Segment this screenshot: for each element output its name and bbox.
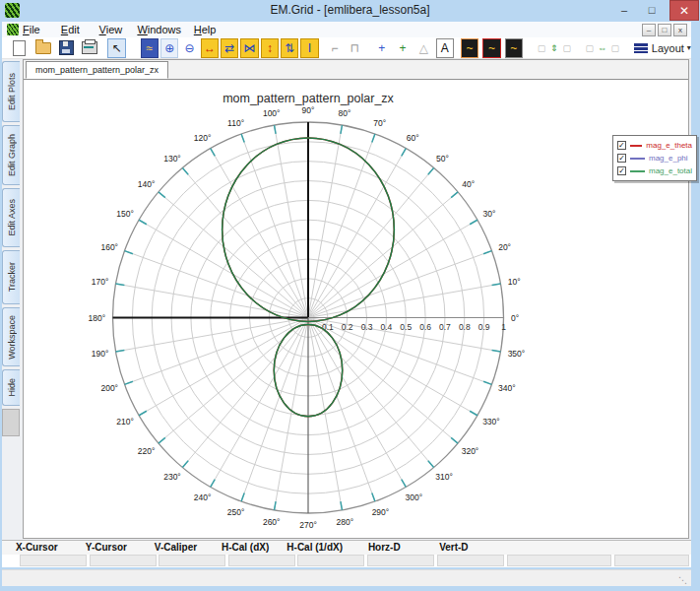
svg-text:310°: 310° bbox=[435, 472, 453, 482]
copy-plot-button[interactable]: ~ bbox=[461, 38, 478, 58]
readout-label-h-cal-dx-: H-Cal (dX) bbox=[211, 541, 281, 555]
autoscale-button[interactable]: ≈ bbox=[141, 38, 159, 58]
expand-y-button[interactable]: ↕ bbox=[261, 38, 279, 58]
sidebar-scroll-block[interactable] bbox=[2, 409, 20, 436]
chart-title: mom_pattern_pattern_polar_zx bbox=[223, 92, 394, 105]
sidebar-tab-tracker[interactable]: Tracker bbox=[2, 250, 20, 304]
plot-style-button[interactable]: ~ bbox=[505, 38, 523, 58]
corner-select-button[interactable]: ⌐ bbox=[326, 38, 344, 58]
sidebar-tab-edit-graph[interactable]: Edit Graph bbox=[2, 125, 20, 185]
svg-text:10°: 10° bbox=[508, 277, 521, 287]
pointer-tool-button[interactable]: ↖ bbox=[107, 38, 125, 58]
legend-line-sample bbox=[630, 170, 645, 172]
radial-tick-labels: 0.10.20.30.40.50.60.70.80.91 bbox=[322, 322, 506, 332]
legend-checkbox-mag_e_phi[interactable]: ✓ bbox=[617, 154, 626, 163]
svg-text:270°: 270° bbox=[299, 520, 317, 530]
text-tool-button[interactable]: A bbox=[436, 38, 454, 58]
svg-text:330°: 330° bbox=[482, 417, 500, 427]
sidebar-tabs: Edit PlotsEdit GraphEdit AxesTrackerWork… bbox=[2, 61, 23, 436]
zoom-in-button[interactable]: ⊕ bbox=[160, 38, 178, 58]
svg-text:100°: 100° bbox=[263, 108, 281, 118]
zoom-out-button[interactable]: ⊖ bbox=[180, 38, 198, 58]
svg-text:0°: 0° bbox=[511, 313, 519, 323]
dock-right-button[interactable]: ▢ bbox=[609, 38, 621, 58]
polar-chart: mom_pattern_pattern_polar_zx0.10.20.30.4… bbox=[24, 79, 688, 538]
svg-text:300°: 300° bbox=[406, 492, 423, 502]
fit-x-button[interactable]: ⋈ bbox=[240, 38, 258, 58]
sidebar-tab-edit-axes[interactable]: Edit Axes bbox=[2, 188, 20, 247]
open-file-button[interactable] bbox=[33, 38, 51, 58]
layout-icon bbox=[634, 43, 648, 53]
legend-checkbox-mag_e_theta[interactable]: ✓ bbox=[617, 141, 626, 150]
svg-text:110°: 110° bbox=[227, 118, 244, 128]
readout-cell-filler bbox=[614, 555, 689, 566]
svg-text:50°: 50° bbox=[436, 154, 449, 164]
space-horizontal-button[interactable]: ⇔ bbox=[597, 38, 608, 58]
region-select-button[interactable]: ⊓ bbox=[346, 38, 363, 58]
svg-text:30°: 30° bbox=[483, 209, 496, 219]
menu-view[interactable]: View bbox=[96, 23, 126, 36]
plot-style-active-button[interactable]: ~ bbox=[482, 38, 500, 58]
svg-text:250°: 250° bbox=[227, 507, 245, 517]
shrink-y-button[interactable]: ⇅ bbox=[281, 38, 298, 58]
svg-text:290°: 290° bbox=[372, 507, 390, 517]
svg-text:340°: 340° bbox=[498, 383, 516, 393]
svg-text:90°: 90° bbox=[302, 105, 315, 115]
legend-checkbox-mag_e_total[interactable]: ✓ bbox=[617, 166, 626, 175]
menu-edit[interactable]: Edit bbox=[58, 23, 83, 36]
readout-cell-5 bbox=[297, 555, 364, 566]
readout-cell-3 bbox=[159, 555, 225, 566]
legend-line-sample bbox=[630, 145, 643, 147]
document-tab[interactable]: mom_pattern_pattern_polar_zx bbox=[26, 61, 168, 79]
minimize-button[interactable]: – bbox=[611, 0, 637, 20]
mdi-minimize-button[interactable]: – bbox=[642, 24, 656, 36]
space-vertical-button[interactable]: ⇕ bbox=[548, 38, 560, 58]
expand-x-button[interactable]: ↔ bbox=[201, 38, 219, 58]
maximize-button[interactable]: □ bbox=[639, 0, 665, 20]
resize-grip[interactable]: ⋱ bbox=[678, 575, 687, 585]
print-button[interactable] bbox=[81, 38, 98, 58]
svg-text:150°: 150° bbox=[116, 209, 134, 219]
dock-top-button[interactable]: ▢ bbox=[536, 38, 547, 58]
cursor-readout-header: X-CursorY-CursorV-CaliperH-Cal (dX)H-Cal… bbox=[2, 540, 691, 556]
svg-text:0.6: 0.6 bbox=[419, 322, 431, 332]
layout-label: Layout bbox=[652, 42, 684, 54]
fit-y-button[interactable]: Ⅰ bbox=[300, 38, 318, 58]
svg-text:0.9: 0.9 bbox=[478, 322, 490, 332]
svg-text:200°: 200° bbox=[100, 383, 118, 393]
dock-bottom-button[interactable]: ▢ bbox=[561, 38, 573, 58]
sidebar-tab-edit-plots[interactable]: Edit Plots bbox=[2, 61, 20, 122]
svg-text:140°: 140° bbox=[138, 179, 156, 189]
menu-help[interactable]: Help bbox=[191, 23, 220, 36]
mdi-restore-button[interactable]: □ bbox=[658, 24, 671, 36]
menu-bar: FileEditViewWindowsHelp – □ x bbox=[2, 22, 691, 38]
new-file-button[interactable] bbox=[10, 38, 28, 58]
axes-tool-button[interactable]: + bbox=[394, 38, 412, 58]
chart-legend: ✓mag_e_theta✓mag_e_phi✓mag_e_total bbox=[612, 135, 697, 181]
legend-row-mag_e_theta: ✓mag_e_theta bbox=[617, 139, 692, 152]
mdi-close-button[interactable]: x bbox=[673, 24, 687, 36]
cursor-readout-values bbox=[2, 555, 691, 567]
layout-menu-button[interactable]: Layout▾ bbox=[634, 42, 691, 54]
dock-left-button[interactable]: ▢ bbox=[584, 38, 596, 58]
readout-cell-2 bbox=[90, 555, 157, 566]
plot-panel: mom_pattern_pattern_polar_zx mom_pattern… bbox=[23, 59, 689, 539]
svg-text:70°: 70° bbox=[373, 118, 386, 128]
svg-text:0.2: 0.2 bbox=[342, 322, 353, 332]
legend-row-mag_e_total: ✓mag_e_total bbox=[617, 164, 692, 177]
svg-text:80°: 80° bbox=[338, 108, 350, 118]
save-file-icon bbox=[59, 40, 74, 55]
menu-windows[interactable]: Windows bbox=[134, 23, 184, 36]
sidebar-tab-workspace[interactable]: Workspace bbox=[2, 307, 20, 366]
shrink-x-button[interactable]: ⇄ bbox=[221, 38, 238, 58]
save-file-button[interactable] bbox=[58, 38, 76, 58]
sidebar-tab-hide[interactable]: Hide bbox=[2, 369, 20, 406]
polar-axes bbox=[113, 122, 504, 513]
close-button[interactable]: ✕ bbox=[669, 0, 699, 21]
crosshair-tool-button[interactable]: + bbox=[373, 38, 391, 58]
svg-text:260°: 260° bbox=[263, 517, 281, 527]
menu-file[interactable]: File bbox=[20, 23, 43, 36]
readout-cell-4 bbox=[228, 555, 295, 566]
slope-tool-button[interactable]: △ bbox=[414, 38, 432, 58]
svg-text:220°: 220° bbox=[138, 446, 156, 456]
